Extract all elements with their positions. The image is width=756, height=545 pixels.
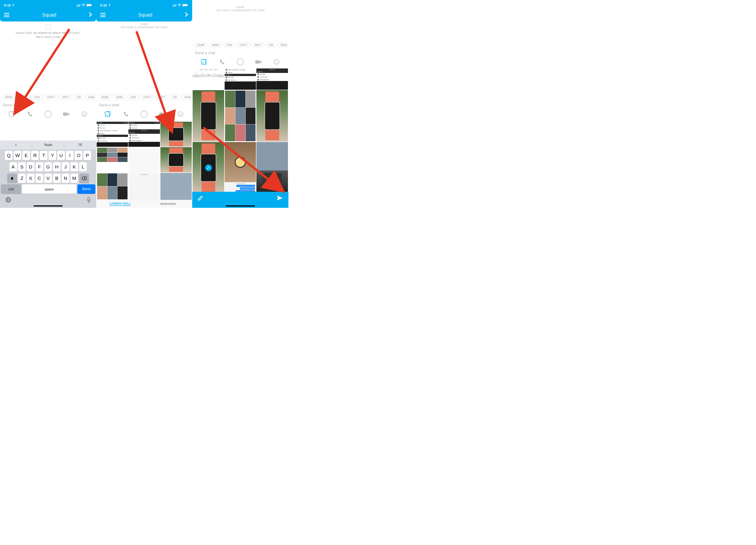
chip-jamie[interactable]: JAMIE xyxy=(17,95,30,99)
key-l[interactable]: L xyxy=(79,162,87,172)
photo-thumb[interactable] xyxy=(225,90,256,142)
key-j[interactable]: J xyxy=(62,162,69,172)
key-t[interactable]: T xyxy=(40,151,47,160)
key-f[interactable]: F xyxy=(36,162,43,172)
key-b[interactable]: B xyxy=(53,174,61,183)
shift-key[interactable] xyxy=(7,174,17,183)
video-icon[interactable] xyxy=(62,110,70,118)
photo-thumb-watch-selected[interactable]: ✓ xyxy=(193,142,224,192)
phone-icon[interactable] xyxy=(122,110,130,118)
video-icon[interactable] xyxy=(158,110,166,118)
chip-tim[interactable]: TIM xyxy=(266,43,276,47)
photo-thumb[interactable]: Today 8:30 PM xyxy=(128,173,160,200)
tab-camera-roll[interactable]: CAMERA ROLL xyxy=(96,200,144,208)
key-s[interactable]: S xyxy=(18,162,26,172)
edit-icon[interactable] xyxy=(198,195,203,202)
photo-thumb[interactable]: Today 8:30 PM In a meeting. Call you lat… xyxy=(225,142,256,192)
emoji-icon[interactable] xyxy=(80,110,88,118)
home-indicator[interactable] xyxy=(34,205,63,207)
chat-info-banner[interactable]: Group Chats are deleted by default after… xyxy=(0,21,96,42)
video-icon[interactable] xyxy=(254,58,262,66)
photo-thumb[interactable]: Seed Coworking™ members Squad RECENTS Er… xyxy=(225,68,256,90)
record-button[interactable] xyxy=(140,110,148,118)
photo-thumb[interactable]: Show More RECENTS Eric Hall Sior Sinclai… xyxy=(256,68,288,90)
key-e[interactable]: E xyxy=(22,151,30,160)
suggestion-1[interactable]: I xyxy=(0,141,32,149)
key-w[interactable]: W xyxy=(14,151,21,160)
key-u[interactable]: U xyxy=(57,151,65,160)
key-a[interactable]: A xyxy=(9,162,17,172)
chip-jamie[interactable]: JAMIE xyxy=(209,43,222,47)
send-key[interactable]: Send xyxy=(77,184,95,194)
photo-thumb[interactable]: STORIES+ Custom My Story My Story Seed C… xyxy=(97,122,128,147)
key-q[interactable]: Q xyxy=(5,151,13,160)
send-icon[interactable] xyxy=(276,195,283,202)
chip-matt[interactable]: MATT xyxy=(156,95,168,99)
tab-memories[interactable]: MEMORIES xyxy=(144,200,192,208)
chip-don[interactable]: DON xyxy=(31,95,43,99)
chip-adam[interactable]: ADAM xyxy=(194,43,207,47)
key-o[interactable]: O xyxy=(75,151,82,160)
chip-sara[interactable]: SARA xyxy=(85,95,96,99)
photo-thumb[interactable] xyxy=(256,142,288,192)
photo-thumb-watch[interactable] xyxy=(256,90,288,142)
chip-stacy[interactable]: STACY xyxy=(140,95,154,99)
chip-sara[interactable]: SARA xyxy=(181,95,192,99)
key-r[interactable]: R xyxy=(31,151,39,160)
globe-icon[interactable] xyxy=(5,197,11,204)
numbers-key[interactable]: 123 xyxy=(1,184,21,194)
photo-thumb[interactable] xyxy=(97,147,128,172)
phone-icon[interactable] xyxy=(26,110,34,118)
chip-don[interactable]: DON xyxy=(128,95,139,99)
photo-thumb-watch[interactable] xyxy=(160,122,192,147)
key-m[interactable]: M xyxy=(70,174,78,183)
member-chips[interactable]: ADAM JAMIE DON STACY MATT TIM SARA xyxy=(96,94,192,101)
key-y[interactable]: Y xyxy=(49,151,56,160)
key-k[interactable]: K xyxy=(70,162,78,172)
key-c[interactable]: C xyxy=(36,174,43,183)
record-button[interactable] xyxy=(236,58,244,66)
chip-jamie[interactable]: JAMIE xyxy=(113,95,126,99)
chip-adam[interactable]: ADAM xyxy=(2,95,15,99)
photos-icon[interactable] xyxy=(8,110,16,118)
suggestion-2[interactable]: Yeah xyxy=(32,141,64,149)
chip-sara[interactable]: SARA xyxy=(277,43,288,47)
photos-icon[interactable] xyxy=(200,58,208,66)
menu-icon[interactable] xyxy=(100,13,106,17)
record-button[interactable] xyxy=(44,110,52,118)
chat-input[interactable]: Send a chat xyxy=(96,101,192,108)
chip-matt[interactable]: MATT xyxy=(252,43,264,47)
chip-stacy[interactable]: STACY xyxy=(44,95,58,99)
chat-input[interactable]: Send a chat xyxy=(0,101,96,108)
key-v[interactable]: V xyxy=(44,174,52,183)
chip-tim[interactable]: TIM xyxy=(74,95,84,99)
photo-thumb-watch[interactable] xyxy=(160,147,192,172)
chat-input[interactable]: Send a chat xyxy=(192,49,288,56)
photo-thumb[interactable] xyxy=(160,173,192,200)
mic-icon[interactable] xyxy=(87,197,91,204)
photos-icon[interactable] xyxy=(104,110,112,118)
photo-thumb-watch[interactable] xyxy=(193,90,224,142)
photo-thumb[interactable]: ADAMJAMIEDONSTACY Send a chat ▢📞◯■☺ IYea… xyxy=(193,68,224,90)
photo-thumb[interactable]: STORIES+ Custom My Story My Story Show M… xyxy=(128,122,160,147)
chevron-right-icon[interactable] xyxy=(185,12,188,18)
chevron-right-icon[interactable] xyxy=(89,12,92,18)
space-key[interactable]: space xyxy=(22,184,76,194)
suggestion-3[interactable]: I'll xyxy=(64,141,96,149)
key-n[interactable]: N xyxy=(62,174,69,183)
member-chips[interactable]: ADAM JAMIE DON STACY MATT TIM SARA xyxy=(192,41,288,49)
key-x[interactable]: X xyxy=(27,174,34,183)
chip-matt[interactable]: MATT xyxy=(60,95,72,99)
chip-tim[interactable]: TIM xyxy=(170,95,180,99)
key-z[interactable]: Z xyxy=(18,174,26,183)
chip-adam[interactable]: ADAM xyxy=(98,95,111,99)
emoji-icon[interactable] xyxy=(177,110,185,118)
home-indicator[interactable] xyxy=(226,205,255,207)
key-p[interactable]: P xyxy=(83,151,91,160)
chip-don[interactable]: DON xyxy=(224,43,235,47)
phone-icon[interactable] xyxy=(218,58,226,66)
chip-stacy[interactable]: STACY xyxy=(236,43,250,47)
key-i[interactable]: I xyxy=(66,151,74,160)
photo-thumb[interactable] xyxy=(128,147,160,172)
member-chips[interactable]: ADAM JAMIE DON STACY MATT TIM SARA xyxy=(0,94,96,101)
